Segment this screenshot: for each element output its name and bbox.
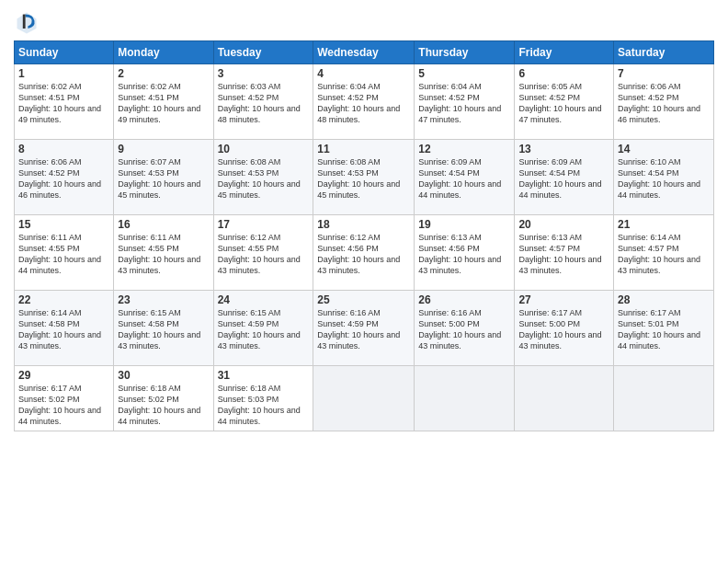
cell-details: Sunrise: 6:16 AMSunset: 4:59 PMDaylight:… bbox=[317, 308, 400, 350]
calendar-week-3: 15Sunrise: 6:11 AMSunset: 4:55 PMDayligh… bbox=[15, 215, 714, 291]
day-number: 25 bbox=[317, 293, 410, 306]
day-number: 11 bbox=[317, 143, 410, 155]
day-number: 5 bbox=[418, 67, 510, 80]
cell-details: Sunrise: 6:14 AMSunset: 4:58 PMDaylight:… bbox=[18, 308, 101, 350]
calendar-cell: 12Sunrise: 6:09 AMSunset: 4:54 PMDayligh… bbox=[415, 140, 515, 215]
cell-details: Sunrise: 6:12 AMSunset: 4:55 PMDaylight:… bbox=[218, 233, 301, 275]
day-number: 15 bbox=[18, 218, 109, 231]
calendar-cell: 23Sunrise: 6:15 AMSunset: 4:58 PMDayligh… bbox=[114, 291, 213, 366]
day-number: 7 bbox=[618, 67, 710, 80]
calendar-cell: 1Sunrise: 6:02 AMSunset: 4:51 PMDaylight… bbox=[15, 64, 114, 140]
cell-details: Sunrise: 6:18 AMSunset: 5:02 PMDaylight:… bbox=[118, 384, 200, 426]
cell-details: Sunrise: 6:04 AMSunset: 4:52 PMDaylight:… bbox=[418, 82, 501, 124]
calendar-cell bbox=[614, 366, 714, 431]
day-number: 10 bbox=[218, 143, 310, 155]
day-header-wednesday: Wednesday bbox=[313, 41, 415, 64]
cell-details: Sunrise: 6:14 AMSunset: 4:57 PMDaylight:… bbox=[618, 233, 700, 275]
day-number: 29 bbox=[18, 369, 109, 382]
calendar-cell bbox=[515, 366, 614, 431]
calendar-table: SundayMondayTuesdayWednesdayThursdayFrid… bbox=[14, 40, 714, 431]
logo bbox=[14, 9, 43, 35]
cell-details: Sunrise: 6:03 AMSunset: 4:52 PMDaylight:… bbox=[218, 82, 301, 124]
calendar-cell: 24Sunrise: 6:15 AMSunset: 4:59 PMDayligh… bbox=[213, 291, 313, 366]
calendar-cell: 31Sunrise: 6:18 AMSunset: 5:03 PMDayligh… bbox=[213, 366, 313, 431]
cell-details: Sunrise: 6:16 AMSunset: 5:00 PMDaylight:… bbox=[418, 308, 501, 350]
day-number: 9 bbox=[118, 143, 209, 155]
day-number: 14 bbox=[618, 143, 710, 155]
calendar-cell: 20Sunrise: 6:13 AMSunset: 4:57 PMDayligh… bbox=[515, 215, 614, 291]
calendar-cell: 27Sunrise: 6:17 AMSunset: 5:00 PMDayligh… bbox=[515, 291, 614, 366]
calendar-cell: 29Sunrise: 6:17 AMSunset: 5:02 PMDayligh… bbox=[15, 366, 114, 431]
calendar-cell: 15Sunrise: 6:11 AMSunset: 4:55 PMDayligh… bbox=[15, 215, 114, 291]
calendar-cell: 17Sunrise: 6:12 AMSunset: 4:55 PMDayligh… bbox=[213, 215, 313, 291]
cell-details: Sunrise: 6:02 AMSunset: 4:51 PMDaylight:… bbox=[18, 82, 101, 124]
calendar-cell: 21Sunrise: 6:14 AMSunset: 4:57 PMDayligh… bbox=[614, 215, 714, 291]
header-row: SundayMondayTuesdayWednesdayThursdayFrid… bbox=[15, 41, 714, 64]
calendar-cell: 26Sunrise: 6:16 AMSunset: 5:00 PMDayligh… bbox=[415, 291, 515, 366]
day-number: 21 bbox=[618, 218, 710, 231]
calendar-week-5: 29Sunrise: 6:17 AMSunset: 5:02 PMDayligh… bbox=[15, 366, 714, 431]
calendar-cell: 16Sunrise: 6:11 AMSunset: 4:55 PMDayligh… bbox=[114, 215, 213, 291]
logo-icon bbox=[14, 9, 40, 35]
day-number: 8 bbox=[18, 143, 109, 155]
calendar-cell: 30Sunrise: 6:18 AMSunset: 5:02 PMDayligh… bbox=[114, 366, 213, 431]
calendar-week-1: 1Sunrise: 6:02 AMSunset: 4:51 PMDaylight… bbox=[15, 64, 714, 140]
calendar-cell: 9Sunrise: 6:07 AMSunset: 4:53 PMDaylight… bbox=[114, 140, 213, 215]
cell-details: Sunrise: 6:11 AMSunset: 4:55 PMDaylight:… bbox=[118, 233, 200, 275]
day-number: 31 bbox=[218, 369, 310, 382]
cell-details: Sunrise: 6:08 AMSunset: 4:53 PMDaylight:… bbox=[218, 157, 301, 200]
calendar-cell: 14Sunrise: 6:10 AMSunset: 4:54 PMDayligh… bbox=[614, 140, 714, 215]
cell-details: Sunrise: 6:11 AMSunset: 4:55 PMDaylight:… bbox=[18, 233, 101, 275]
day-number: 2 bbox=[118, 67, 209, 80]
day-number: 24 bbox=[218, 293, 310, 306]
cell-details: Sunrise: 6:17 AMSunset: 5:02 PMDaylight:… bbox=[18, 384, 101, 426]
cell-details: Sunrise: 6:13 AMSunset: 4:57 PMDaylight:… bbox=[518, 233, 601, 275]
calendar-cell: 10Sunrise: 6:08 AMSunset: 4:53 PMDayligh… bbox=[213, 140, 313, 215]
calendar-cell: 22Sunrise: 6:14 AMSunset: 4:58 PMDayligh… bbox=[15, 291, 114, 366]
cell-details: Sunrise: 6:06 AMSunset: 4:52 PMDaylight:… bbox=[18, 157, 101, 200]
day-number: 1 bbox=[18, 67, 109, 80]
day-number: 18 bbox=[317, 218, 410, 231]
cell-details: Sunrise: 6:13 AMSunset: 4:56 PMDaylight:… bbox=[418, 233, 501, 275]
cell-details: Sunrise: 6:08 AMSunset: 4:53 PMDaylight:… bbox=[317, 157, 400, 200]
day-number: 6 bbox=[518, 67, 609, 80]
day-number: 28 bbox=[618, 293, 710, 306]
calendar-cell: 19Sunrise: 6:13 AMSunset: 4:56 PMDayligh… bbox=[415, 215, 515, 291]
calendar-cell: 4Sunrise: 6:04 AMSunset: 4:52 PMDaylight… bbox=[313, 64, 415, 140]
calendar-cell: 7Sunrise: 6:06 AMSunset: 4:52 PMDaylight… bbox=[614, 64, 714, 140]
header bbox=[14, 9, 714, 35]
day-header-thursday: Thursday bbox=[415, 41, 515, 64]
cell-details: Sunrise: 6:02 AMSunset: 4:51 PMDaylight:… bbox=[118, 82, 200, 124]
day-number: 12 bbox=[418, 143, 510, 155]
calendar-cell: 28Sunrise: 6:17 AMSunset: 5:01 PMDayligh… bbox=[614, 291, 714, 366]
cell-details: Sunrise: 6:15 AMSunset: 4:59 PMDaylight:… bbox=[218, 308, 301, 350]
day-number: 13 bbox=[518, 143, 609, 155]
cell-details: Sunrise: 6:05 AMSunset: 4:52 PMDaylight:… bbox=[518, 82, 601, 124]
day-number: 27 bbox=[518, 293, 609, 306]
calendar-cell: 13Sunrise: 6:09 AMSunset: 4:54 PMDayligh… bbox=[515, 140, 614, 215]
cell-details: Sunrise: 6:15 AMSunset: 4:58 PMDaylight:… bbox=[118, 308, 200, 350]
cell-details: Sunrise: 6:07 AMSunset: 4:53 PMDaylight:… bbox=[118, 157, 200, 200]
day-header-sunday: Sunday bbox=[15, 41, 114, 64]
cell-details: Sunrise: 6:06 AMSunset: 4:52 PMDaylight:… bbox=[618, 82, 700, 124]
calendar-cell: 11Sunrise: 6:08 AMSunset: 4:53 PMDayligh… bbox=[313, 140, 415, 215]
cell-details: Sunrise: 6:17 AMSunset: 5:01 PMDaylight:… bbox=[618, 308, 700, 350]
day-number: 22 bbox=[18, 293, 109, 306]
day-header-saturday: Saturday bbox=[614, 41, 714, 64]
day-number: 20 bbox=[518, 218, 609, 231]
calendar-cell: 3Sunrise: 6:03 AMSunset: 4:52 PMDaylight… bbox=[213, 64, 313, 140]
day-header-friday: Friday bbox=[515, 41, 614, 64]
cell-details: Sunrise: 6:18 AMSunset: 5:03 PMDaylight:… bbox=[218, 384, 301, 426]
calendar-cell bbox=[415, 366, 515, 431]
day-number: 16 bbox=[118, 218, 209, 231]
day-number: 26 bbox=[418, 293, 510, 306]
cell-details: Sunrise: 6:17 AMSunset: 5:00 PMDaylight:… bbox=[518, 308, 601, 350]
cell-details: Sunrise: 6:10 AMSunset: 4:54 PMDaylight:… bbox=[618, 157, 700, 200]
page-container: SundayMondayTuesdayWednesdayThursdayFrid… bbox=[0, 0, 728, 441]
calendar-week-4: 22Sunrise: 6:14 AMSunset: 4:58 PMDayligh… bbox=[15, 291, 714, 366]
calendar-week-2: 8Sunrise: 6:06 AMSunset: 4:52 PMDaylight… bbox=[15, 140, 714, 215]
calendar-cell: 25Sunrise: 6:16 AMSunset: 4:59 PMDayligh… bbox=[313, 291, 415, 366]
day-header-tuesday: Tuesday bbox=[213, 41, 313, 64]
calendar-cell: 5Sunrise: 6:04 AMSunset: 4:52 PMDaylight… bbox=[415, 64, 515, 140]
day-number: 30 bbox=[118, 369, 209, 382]
